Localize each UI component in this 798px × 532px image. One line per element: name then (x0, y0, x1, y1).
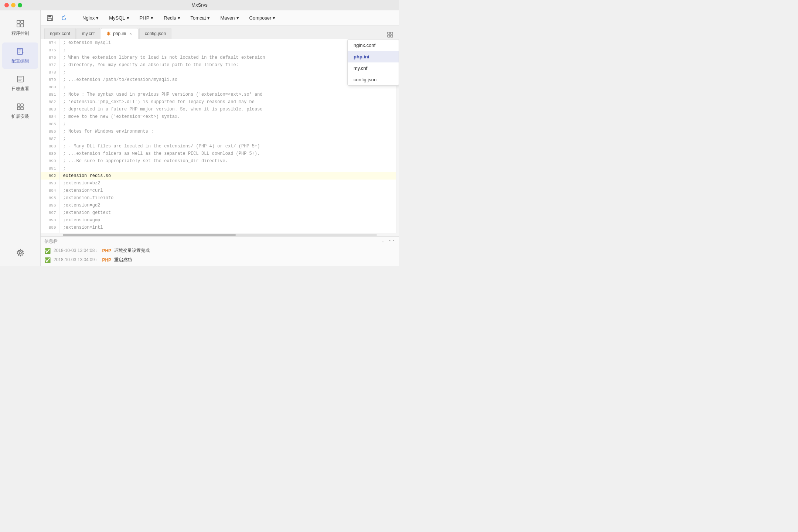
info-badge-2: PHP (102, 258, 111, 263)
svg-rect-12 (17, 104, 20, 106)
svg-rect-14 (17, 107, 20, 110)
info-bar-title: 信息栏 (44, 238, 58, 245)
sidebar-item-settings[interactable] (4, 244, 36, 262)
tab-php-ini-label: php.ini (113, 31, 126, 36)
editor-line-900: 900;extension=imap (41, 231, 396, 233)
tabs-bar: nginx.conf my.cnf ✱ php.ini × config.jso… (41, 26, 399, 39)
editor-line-875: 875; (41, 47, 396, 54)
svg-rect-13 (21, 104, 23, 106)
redis-menu-button[interactable]: Redis ▾ (160, 14, 184, 22)
svg-rect-18 (48, 16, 51, 17)
info-bar: 信息栏 ↑ ⌃⌃ ✅ 2018-10-03 13:04:08： PHP 环境变量… (41, 236, 399, 266)
editor-line-887: 887; (41, 135, 396, 143)
composer-menu-button[interactable]: Composer ▾ (246, 14, 279, 22)
line-number-894: 894 (41, 187, 59, 194)
svg-rect-23 (391, 35, 393, 37)
mysql-menu-button[interactable]: MySQL ▾ (105, 14, 133, 22)
sidebar-item-extension-install[interactable]: 扩展安装 (2, 98, 38, 124)
line-content-896: ;extension=gd2 (59, 202, 396, 209)
line-number-879: 879 (41, 76, 59, 83)
tomcat-menu-button[interactable]: Tomcat ▾ (187, 14, 214, 22)
editor-line-897: 897;extension=gettext (41, 209, 396, 216)
file-dropdown-item-php-ini[interactable]: php.ini (348, 51, 399, 62)
file-dropdown-item-my-cnf[interactable]: my.cnf (348, 62, 399, 74)
editor-line-898: 898;extension=gmp (41, 216, 396, 224)
line-number-880: 880 (41, 83, 59, 91)
svg-rect-4 (17, 48, 23, 54)
titlebar: MxSrvs (0, 0, 399, 10)
editor-line-891: 891; (41, 165, 396, 172)
maven-menu-button[interactable]: Maven ▾ (216, 14, 242, 22)
info-expand-icon[interactable]: ⌃⌃ (388, 239, 395, 245)
line-content-891: ; (59, 165, 396, 172)
line-number-877: 877 (41, 61, 59, 69)
editor-line-876: 876; When the extension library to load … (41, 54, 396, 61)
line-number-889: 889 (41, 150, 59, 157)
editor-wrapper: 874; extension=mysqli875;876; When the e… (41, 39, 399, 233)
line-number-882: 882 (41, 98, 59, 106)
line-content-878: ; (59, 69, 396, 76)
minimize-button[interactable] (11, 3, 16, 7)
file-dropdown-item-config-json[interactable]: config.json (348, 74, 399, 85)
line-content-876: ; When the extension library to load is … (59, 54, 396, 61)
line-number-876: 876 (41, 54, 59, 61)
sidebar: 程序控制 配置编辑 (0, 10, 41, 266)
editor-line-884: 884; move to the new ('extension=<ext>) … (41, 113, 396, 120)
line-content-897: ;extension=gettext (59, 209, 396, 216)
tab-php-ini-close[interactable]: × (129, 31, 133, 36)
save-button[interactable] (44, 13, 55, 24)
tab-config-json-label: config.json (145, 31, 166, 36)
editor-line-888: 888; - Many DLL files are located in the… (41, 143, 396, 150)
line-content-895: ;extension=fileinfo (59, 194, 396, 202)
editor-line-896: 896;extension=gd2 (41, 202, 396, 209)
line-number-888: 888 (41, 143, 59, 150)
horizontal-scrollbar[interactable] (41, 233, 399, 236)
hscroll-thumb[interactable] (63, 234, 236, 236)
nginx-menu-button[interactable]: Nginx ▾ (79, 14, 102, 22)
line-number-875: 875 (41, 47, 59, 54)
line-number-874: 874 (41, 39, 59, 47)
line-content-882: ; 'extension='php_<ext>.dll') is support… (59, 98, 396, 106)
info-upload-icon[interactable]: ↑ (382, 239, 384, 245)
line-content-886: ; Notes for Windows environments : (59, 128, 396, 135)
close-button[interactable] (4, 3, 9, 7)
editor-line-890: 890; ...Be sure to appropriately set the… (41, 157, 396, 165)
tab-grid-button[interactable] (385, 30, 395, 40)
file-dropdown-item-nginx-conf[interactable]: nginx.conf (348, 40, 399, 51)
toolbar-sep-1 (74, 14, 74, 22)
line-number-883: 883 (41, 106, 59, 113)
refresh-button[interactable] (58, 13, 69, 24)
line-number-878: 878 (41, 69, 59, 76)
line-number-881: 881 (41, 91, 59, 98)
sidebar-item-log-viewer[interactable]: 日志查看 (2, 70, 38, 96)
line-content-885: ; (59, 120, 396, 128)
tab-nginx-conf-label: nginx.conf (50, 31, 70, 36)
line-number-892: 892 (41, 172, 59, 180)
tab-config-json[interactable]: config.json (139, 28, 171, 39)
editor-line-889: 889; ...extension folders as well as the… (41, 150, 396, 157)
line-content-889: ; ...extension folders as well as the se… (59, 150, 396, 157)
maximize-button[interactable] (18, 3, 22, 7)
editor-main[interactable]: 874; extension=mysqli875;876; When the e… (41, 39, 396, 233)
line-content-898: ;extension=gmp (59, 216, 396, 224)
svg-rect-21 (391, 32, 393, 34)
sidebar-item-process-control[interactable]: 程序控制 (2, 15, 38, 41)
editor-line-874: 874; extension=mysqli (41, 39, 396, 47)
sidebar-item-config-editor[interactable]: 配置编辑 (2, 42, 38, 69)
line-content-888: ; - Many DLL files are located in the ex… (59, 143, 396, 150)
line-number-897: 897 (41, 209, 59, 216)
line-number-887: 887 (41, 135, 59, 143)
tab-my-cnf[interactable]: my.cnf (76, 28, 100, 39)
extension-install-label: 扩展安装 (11, 113, 29, 120)
tab-php-ini[interactable]: ✱ php.ini × (101, 28, 139, 39)
editor-line-882: 882; 'extension='php_<ext>.dll') is supp… (41, 98, 396, 106)
line-number-890: 890 (41, 157, 59, 165)
line-content-900: ;extension=imap (59, 231, 396, 233)
line-content-899: ;extension=intl (59, 224, 396, 231)
editor-line-894: 894;extension=curl (41, 187, 396, 194)
php-menu-button[interactable]: PHP ▾ (136, 14, 157, 22)
svg-rect-19 (48, 18, 52, 20)
tab-nginx-conf[interactable]: nginx.conf (44, 28, 76, 39)
info-msg-1: 环境变量设置完成 (114, 248, 150, 254)
line-content-890: ; ...Be sure to appropriately set the ex… (59, 157, 396, 165)
